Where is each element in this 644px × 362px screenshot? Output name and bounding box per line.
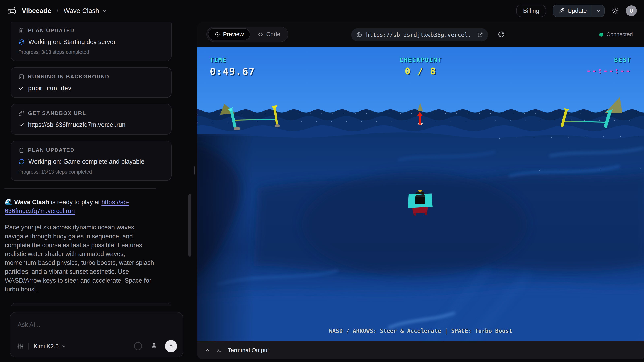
card-body-text: Working on: Game complete and playable (28, 158, 144, 165)
connection-status: Connected (599, 31, 633, 38)
sync-icon (18, 39, 25, 45)
card-progress: Progress: 3/13 steps completed (18, 49, 164, 55)
terminal-output-bar[interactable]: Terminal Output (197, 341, 644, 359)
project-selector[interactable]: Wave Clash (64, 7, 107, 15)
message-divider (4, 188, 156, 189)
preview-panel: Preview Code https://sb-2srdjtxwb38g.ver… (197, 22, 644, 359)
card-title: RUNNING IN BACKGROUND (28, 74, 110, 80)
globe-icon (356, 31, 362, 38)
model-selector[interactable]: Kimi K2.5 (34, 343, 58, 350)
eye-icon (214, 31, 220, 37)
chevron-up-icon[interactable] (204, 347, 210, 353)
running-in-background-card: RUNNING IN BACKGROUND pnpm run dev (11, 67, 172, 98)
reload-icon[interactable] (498, 30, 505, 38)
billing-button[interactable]: Billing (516, 5, 546, 17)
chat-placeholder: Ask AI... (18, 321, 40, 329)
clipboard-icon (18, 27, 24, 33)
verification-card: VERIFICATION All checks passed! Build (11, 303, 172, 306)
card-title: GET SANDBOX URL (28, 110, 86, 116)
time-label: TIME (210, 56, 255, 63)
gamepad-logo-icon[interactable] (7, 6, 16, 15)
sync-icon (18, 158, 25, 165)
sliders-icon[interactable] (17, 343, 24, 350)
tab-label: Code (266, 31, 280, 38)
game-description: Race your jet ski across dynamic ocean w… (5, 223, 158, 294)
clipboard-icon (18, 147, 24, 153)
update-label: Update (567, 7, 587, 14)
hud-checkpoint: CHECKPOINT 0 / 8 (400, 56, 442, 77)
hud-time: TIME 0:49.67 (210, 56, 255, 77)
checkpoint-label: CHECKPOINT (400, 56, 442, 63)
app-header: Vibecade / Wave Clash Billing Update (0, 0, 644, 22)
url-text[interactable]: https://sb-2srdjtxwb38g.vercel. (366, 31, 474, 38)
tab-code[interactable]: Code (251, 28, 286, 40)
wave-emoji: 🌊 (5, 199, 13, 206)
url-bar[interactable]: https://sb-2srdjtxwb38g.vercel. (351, 28, 488, 41)
user-avatar[interactable]: U (626, 5, 637, 16)
theme-toggle-sun-icon[interactable] (612, 7, 619, 15)
preview-topbar: Preview Code https://sb-2srdjtxwb38g.ver… (197, 22, 644, 47)
get-sandbox-url-card: GET SANDBOX URL https://sb-636fmuczfq7m.… (11, 104, 172, 135)
check-icon (18, 122, 24, 128)
toolbar-divider (28, 343, 29, 350)
tab-preview[interactable]: Preview (208, 28, 250, 40)
card-title: PLAN UPDATED (28, 27, 75, 33)
activity-scroll-area[interactable]: PLAN UPDATED Working on: Starting dev se… (0, 22, 190, 306)
tab-label: Preview (223, 31, 244, 38)
chat-sidebar: PLAN UPDATED Working on: Starting dev se… (0, 22, 194, 362)
panel-resize-handle[interactable] (194, 166, 194, 175)
card-body-text: pnpm run dev (28, 85, 72, 92)
ocean-scene (197, 47, 644, 342)
usage-ring-icon (134, 342, 142, 350)
status-text: Connected (606, 31, 633, 38)
checkpoint-value: 0 / 8 (400, 66, 442, 77)
chevron-down-icon (102, 8, 107, 13)
terminal-prompt-icon (216, 347, 222, 353)
hud-best: BEST --:--:-- (586, 56, 631, 75)
game-name: Wave Clash (14, 199, 49, 206)
sidebar-scrollbar[interactable] (188, 194, 192, 257)
send-button[interactable] (165, 340, 177, 352)
link-icon (18, 110, 24, 116)
plan-updated-card-1: PLAN UPDATED Working on: Starting dev se… (11, 22, 172, 61)
avatar-initial: U (629, 8, 633, 14)
card-progress: Progress: 13/13 steps completed (18, 169, 164, 175)
billing-label: Billing (523, 7, 539, 14)
mic-icon[interactable] (150, 343, 158, 350)
update-split-button: Update (553, 5, 604, 17)
breadcrumb-separator: / (56, 7, 58, 15)
external-link-icon[interactable] (477, 32, 483, 38)
check-icon (18, 85, 24, 91)
status-dot (599, 32, 603, 37)
sandbox-url-text[interactable]: https://sb-636fmuczfq7m.vercel.run (28, 121, 126, 128)
brand-name[interactable]: Vibecade (22, 7, 51, 15)
code-icon (258, 31, 264, 37)
plan-updated-card-2: PLAN UPDATED Working on: Game complete a… (11, 141, 172, 181)
view-mode-switcher: Preview Code (206, 26, 288, 42)
chevron-down-icon[interactable] (62, 344, 66, 349)
project-name: Wave Clash (64, 7, 99, 15)
best-label: BEST (586, 56, 631, 63)
update-dropdown-button[interactable] (592, 5, 604, 17)
card-body-text: Working on: Starting dev server (28, 38, 116, 46)
ready-text: is ready to play at (49, 199, 102, 206)
update-button[interactable]: Update (553, 5, 592, 17)
terminal-label: Terminal Output (228, 347, 269, 354)
rocket-icon (558, 8, 564, 14)
game-viewport[interactable]: TIME 0:49.67 CHECKPOINT 0 / 8 BEST --:--… (197, 47, 644, 342)
chat-input-box[interactable]: Ask AI... Kimi K2.5 (10, 312, 183, 357)
terminal-icon (18, 74, 24, 80)
assistant-message: 🌊 Wave Clash is ready to play at https:/… (5, 198, 158, 294)
controls-help-text: WASD / ARROWS: Steer & Accelerate | SPAC… (197, 328, 644, 334)
time-value: 0:49.67 (210, 66, 255, 77)
card-title: PLAN UPDATED (28, 147, 75, 153)
best-value: --:--:-- (586, 66, 631, 75)
